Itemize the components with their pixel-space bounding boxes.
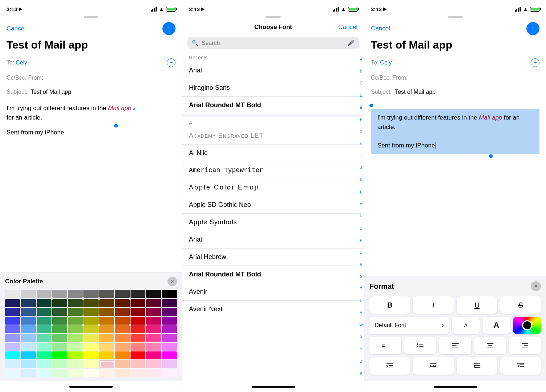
format-font-row: Default Font › A A	[369, 317, 541, 334]
location-icon-right: ▶	[383, 7, 386, 12]
svg-point-1	[417, 343, 418, 345]
time-left: 3:13 ▶	[7, 6, 22, 12]
font-item-avenir-next[interactable]: Avenir Next	[182, 301, 364, 318]
color-wheel-button[interactable]	[513, 317, 541, 334]
mail-app-link-left[interactable]: Mail app	[108, 105, 131, 112]
signal-icon-mid	[333, 7, 339, 12]
cancel-button-left[interactable]: Cancel	[7, 25, 26, 32]
search-bar[interactable]: 🔍 🎤	[187, 37, 359, 49]
drag-handle	[84, 16, 98, 18]
wifi-icon: ▲	[159, 6, 164, 12]
cursor-end	[435, 142, 436, 149]
nav-bar-left: Cancel ↑	[0, 21, 182, 38]
battery-icon-mid	[348, 7, 357, 12]
nav-bar-right: Cancel ↑	[364, 21, 546, 38]
battery-icon-right	[530, 7, 539, 12]
drag-handle-mid	[266, 16, 281, 18]
font-item-avenir[interactable]: Avenir	[182, 283, 364, 301]
align-right-button[interactable]	[509, 337, 541, 354]
recents-header: Recents	[182, 52, 364, 62]
signal-icon	[151, 7, 157, 12]
svg-point-3	[417, 346, 418, 347]
font-item-arial-rounded[interactable]: Arial Rounded MT Bold	[182, 266, 364, 283]
font-item-arial-rounded-recent[interactable]: Arial Rounded MT Bold	[182, 97, 364, 114]
font-item-academy[interactable]: Academy Engraved LET	[182, 127, 364, 145]
status-bar-middle: 3:13 ▶ ▲	[182, 0, 364, 16]
align-left-indent-button[interactable]	[457, 357, 497, 375]
send-button-right[interactable]: ↑	[526, 22, 539, 35]
unordered-list-button[interactable]	[404, 337, 436, 354]
cc-field-left[interactable]: Cc/Bcc, From:	[0, 71, 182, 85]
cancel-button-right[interactable]: Cancel	[371, 25, 390, 32]
chevron-icon: ›	[442, 322, 444, 329]
compose-body-left[interactable]: I'm trying out different features in the…	[0, 99, 182, 272]
status-bar-left: 3:13 ▶ ▲	[0, 0, 182, 16]
font-item-hiragino[interactable]: Hiragino Sans	[182, 79, 364, 97]
section-separator	[182, 114, 364, 117]
location-icon: ▶	[19, 7, 22, 12]
font-item-arial[interactable]: Arial	[182, 231, 364, 249]
font-item-al-nile[interactable]: Al Nile	[182, 145, 364, 162]
svg-text:≡: ≡	[382, 343, 385, 349]
font-list: Recents Arial Hiragino Sans Arial Rounde…	[182, 52, 364, 381]
sent-from-right: Sent from my iPhone	[377, 142, 435, 149]
align-center-button[interactable]	[474, 337, 506, 354]
indent-center-button[interactable]	[413, 357, 454, 375]
increase-font-button[interactable]: A	[483, 317, 510, 334]
font-item-american-typewriter[interactable]: American Typewriter	[182, 162, 364, 179]
font-item-apple-color-emoji[interactable]: Apple Color Emoji	[182, 179, 364, 196]
status-bar-right: 3:13 ▶ ▲	[364, 0, 546, 16]
cursor-handle-right	[369, 104, 373, 107]
location-icon-mid: ▶	[201, 7, 204, 12]
indent-left-button[interactable]	[369, 357, 410, 375]
compose-body-right[interactable]: I'm trying out different features in the…	[364, 99, 546, 276]
color-palette-panel: Color Palette ×	[0, 272, 182, 381]
align-left-button[interactable]	[439, 337, 471, 354]
search-input[interactable]	[202, 40, 344, 46]
cancel-button-middle[interactable]: Cancel	[336, 24, 357, 31]
alpha-index: AB CD EF GH IJ KL MN OP QR ST UV WX YZ #	[358, 52, 364, 381]
cp-grays	[5, 290, 177, 298]
format-indent-row	[369, 357, 541, 375]
font-item-apple-symbols[interactable]: Apple Symbols	[182, 214, 364, 231]
font-panel: 3:13 ▶ ▲ Choose Font Cancel 🔍 🎤 Recents	[182, 0, 364, 392]
font-item-arial-recent[interactable]: Arial	[182, 62, 364, 79]
cursor-handle-top	[114, 124, 118, 128]
font-item-arial-hebrew[interactable]: Arial Hebrew	[182, 249, 364, 266]
strikethrough-button[interactable]: S	[500, 296, 541, 314]
subject-field-right[interactable]: Subject: Test of Mail app	[364, 85, 546, 99]
selected-text-block[interactable]: I'm trying out different features in the…	[371, 109, 539, 154]
add-recipient-right[interactable]: +	[531, 58, 539, 67]
mic-icon[interactable]: 🎤	[347, 39, 355, 46]
font-selector-button[interactable]: Default Font ›	[369, 317, 449, 334]
font-item-apple-sd[interactable]: Apple SD Gothic Neo	[182, 196, 364, 214]
format-style-row: B I U S	[369, 296, 541, 314]
bold-button[interactable]: B	[369, 296, 410, 314]
status-icons-left: ▲	[151, 6, 175, 12]
sent-from-left: Sent from my iPhone	[7, 128, 175, 137]
compose-title-left: Test of Mail app	[0, 38, 182, 55]
to-field-right[interactable]: To: Cely ' +	[364, 55, 546, 71]
format-panel: Format × B I U S Default Font › A A	[364, 276, 546, 381]
right-panel: 3:13 ▶ ▲ Cancel ↑ Test of Mail app To: C…	[364, 0, 546, 392]
wifi-icon-mid: ▲	[341, 6, 346, 12]
format-close-button[interactable]: ×	[531, 281, 541, 291]
decrease-font-button[interactable]: A	[452, 317, 480, 334]
italic-button[interactable]: I	[413, 296, 454, 314]
cp-header: Color Palette ×	[5, 277, 177, 286]
align-list-indent-button[interactable]	[500, 357, 541, 375]
cc-field-right[interactable]: Cc/Bcc, From:	[364, 71, 546, 85]
format-align-row: ≡	[369, 337, 541, 354]
send-button-left[interactable]: ↑	[162, 22, 175, 35]
ordered-list-button[interactable]: ≡	[369, 337, 401, 354]
all-header: A	[182, 117, 364, 127]
add-recipient-left[interactable]: +	[167, 58, 175, 67]
subject-field-left[interactable]: Subject: Test of Mail app	[0, 85, 182, 99]
search-icon: 🔍	[192, 40, 199, 46]
cp-close-button[interactable]: ×	[167, 277, 177, 286]
compose-title-right: Test of Mail app	[364, 38, 546, 55]
drag-handle-right	[448, 16, 463, 18]
to-field-left[interactable]: To: Cely +	[0, 55, 182, 71]
underline-button[interactable]: U	[457, 296, 497, 314]
home-indicator-left	[0, 381, 182, 392]
